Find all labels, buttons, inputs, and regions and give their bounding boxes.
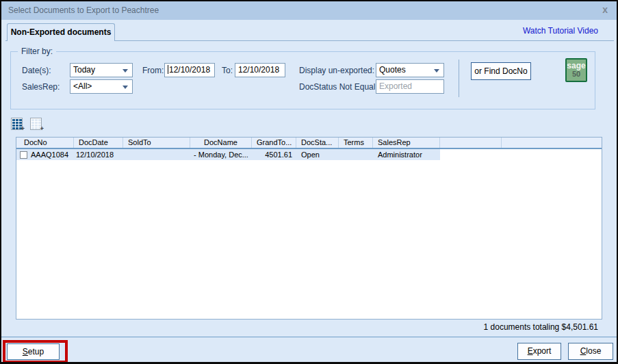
filter-by-legend: Filter by: [18,47,56,56]
column-header-terms[interactable]: Terms [339,138,373,148]
column-header-docname[interactable]: DocName [190,138,252,148]
dates-dropdown[interactable]: Today [70,63,133,77]
close-button[interactable]: Close [568,343,613,360]
chevron-down-icon [434,69,439,73]
close-button-label: Close [580,343,602,359]
to-date-field[interactable]: 12/10/2018 [235,63,285,77]
column-header-docno[interactable]: DocNo [16,138,74,148]
dates-label: Date(s): [22,65,51,76]
column-header-docstatus[interactable]: DocSta... [296,138,339,148]
cell-docstatus: Open [296,149,339,160]
cell-grandtotal: 4501.61 [252,149,296,160]
from-date-value: 12/10/2018 [169,65,210,75]
salesrep-dropdown[interactable]: <All> [70,79,133,94]
row-checkbox[interactable] [20,151,27,159]
text-cursor [168,65,168,74]
cell-docname: - Monday, Dec... [190,149,252,160]
salesrep-dropdown-value: <All> [73,81,92,91]
docstatus-label: DocStatus Not Equal to [299,81,385,92]
select-all-icon[interactable]: + [11,118,25,131]
salesrep-label: SalesRep: [22,81,60,92]
from-date-field[interactable]: 12/10/2018 [164,63,215,77]
plus-glyph: + [40,126,44,132]
cell-soldto [123,149,190,160]
cell-empty [440,149,602,160]
sage-50-logo: sage 50 [565,58,587,82]
export-button[interactable]: Export [517,343,561,360]
column-header-grandtotal[interactable]: GrandTo... [252,138,296,148]
export-button-label: Export [528,343,552,359]
to-label: To: [222,65,233,76]
filter-divider [459,60,459,97]
sage-logo-number: 50 [567,70,586,78]
chevron-down-icon [123,69,128,73]
icon-cells [12,119,21,129]
setup-button[interactable]: Setup [7,343,60,360]
cell-terms [339,149,373,160]
column-header-docdate[interactable]: DocDate [74,138,123,148]
setup-button-label: Setup [23,344,44,359]
column-header-soldto[interactable]: SoldTo [123,138,190,148]
cell-docdate: 12/10/2018 [74,149,123,160]
from-label: From: [142,65,164,76]
bottom-divider [1,337,617,337]
export-to-peachtree-dialog: Select Documents to Export to Peachtree … [0,0,618,364]
column-header-empty [440,138,502,148]
display-unexported-label: Display un-exported: [299,65,374,76]
window-title: Select Documents to Export to Peachtree [8,5,159,15]
watch-tutorial-video-link[interactable]: Watch Tutorial Video [523,26,598,36]
tab-non-exported-documents[interactable]: Non-Exported documents [7,23,115,41]
icon-cells [31,119,40,129]
find-docno-button[interactable]: or Find DocNo [471,62,531,80]
docstatus-field[interactable]: Exported [376,79,444,94]
dates-dropdown-value: Today [73,65,95,75]
cell-docno: AAAQ1084 [16,149,74,160]
plus-glyph: + [21,126,25,132]
documents-total-summary: 1 documents totaling $4,501.61 [484,322,598,332]
docno-value: AAAQ1084 [31,151,68,159]
deselect-all-icon[interactable]: + [30,118,44,131]
column-header-salesrep[interactable]: SalesRep [373,138,440,148]
cell-salesrep: Administrator [373,149,440,160]
title-bar: Select Documents to Export to Peachtree … [1,1,617,20]
documents-grid: DocNo DocDate SoldTo DocName GrandTo... … [16,137,602,320]
sage-logo-text: sage [567,62,586,70]
display-unexported-dropdown[interactable]: Quotes [376,63,444,77]
to-date-value: 12/10/2018 [238,65,279,75]
grid-header-row: DocNo DocDate SoldTo DocName GrandTo... … [16,138,602,149]
table-row[interactable]: AAAQ1084 12/10/2018 - Monday, Dec... 450… [16,149,602,160]
chevron-down-icon [123,86,128,89]
display-unexported-value: Quotes [379,65,406,75]
close-icon[interactable]: x [602,4,608,15]
docstatus-value: Exported [379,81,412,91]
column-header-empty [502,138,602,148]
